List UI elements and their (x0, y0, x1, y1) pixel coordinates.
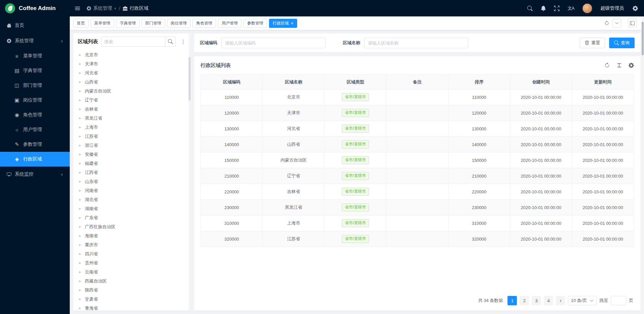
table-row[interactable]: 220000 吉林省 省市/直辖市 220000 2020-10-01 00:0… (201, 184, 634, 200)
table-column-header[interactable]: 更新时间 (572, 75, 634, 89)
sidebar-subitem[interactable]: ▣ 岗位管理 (0, 93, 70, 108)
layout-setting-button[interactable] (628, 19, 637, 27)
tree-node[interactable]: 黑龙江省 (76, 114, 189, 123)
language-switch-button[interactable] (568, 5, 574, 11)
tree-node[interactable]: 海南省 (76, 231, 189, 240)
sidebar-item-system-management[interactable]: 系统管理 (0, 33, 70, 49)
reset-button[interactable]: 重置 (580, 38, 605, 48)
expand-arrow-icon[interactable] (79, 297, 82, 301)
tab-close-icon[interactable] (291, 21, 293, 25)
page-size-select[interactable]: 10 条/页 (568, 296, 597, 305)
tab[interactable]: 字典管理 (116, 19, 140, 28)
expand-arrow-icon[interactable] (79, 188, 82, 193)
tree-node[interactable]: 上海市 (76, 123, 189, 132)
expand-arrow-icon[interactable] (79, 261, 82, 265)
expand-arrow-icon[interactable] (79, 252, 82, 256)
tree-search-button[interactable] (165, 37, 176, 47)
expand-arrow-icon[interactable] (79, 134, 82, 138)
tree-node[interactable]: 广西壮族自治区 (76, 222, 189, 231)
tree-node[interactable]: 青海省 (76, 304, 189, 311)
sidebar-subitem[interactable]: ✎ 参数管理 (0, 137, 70, 152)
tree-node[interactable]: 福建省 (76, 159, 189, 168)
expand-arrow-icon[interactable] (79, 125, 82, 129)
expand-arrow-icon[interactable] (79, 152, 82, 156)
expand-arrow-icon[interactable] (79, 116, 82, 120)
tree-node[interactable]: 内蒙古自治区 (76, 86, 189, 96)
expand-arrow-icon[interactable] (79, 179, 82, 184)
table-row[interactable]: 140000 山西省 省市/直辖市 140000 2020-10-01 00:0… (201, 137, 634, 152)
table-column-header[interactable]: 创建时间 (510, 75, 572, 89)
tree-scrollbar[interactable] (189, 34, 191, 311)
expand-arrow-icon[interactable] (79, 143, 82, 147)
expand-arrow-icon[interactable] (79, 270, 82, 274)
sidebar-subitem[interactable]: ◫ 部门管理 (0, 78, 70, 93)
sidebar-item-system-monitor[interactable]: 系统监控 (0, 167, 70, 182)
page-number-button[interactable]: 2 (520, 296, 529, 305)
expand-arrow-icon[interactable] (79, 80, 82, 84)
tree-node[interactable]: 四川省 (76, 249, 189, 258)
table-row[interactable]: 230000 黑龙江省 省市/直辖市 230000 2020-10-01 00:… (201, 200, 634, 215)
region-name-input[interactable] (364, 38, 468, 48)
jump-page-input[interactable] (611, 296, 626, 305)
tree-node[interactable]: 贵州省 (76, 258, 189, 267)
expand-arrow-icon[interactable] (79, 161, 82, 166)
expand-arrow-icon[interactable] (79, 215, 82, 220)
table-density-button[interactable] (616, 63, 622, 68)
table-row[interactable]: 320000 江苏省 省市/直辖市 320000 2020-10-01 00:0… (201, 231, 634, 247)
page-number-button[interactable]: 3 (532, 296, 541, 305)
expand-arrow-icon[interactable] (79, 170, 82, 175)
expand-arrow-icon[interactable] (79, 107, 82, 111)
tree-scrollbar-thumb[interactable] (189, 57, 191, 101)
tree-search-input[interactable] (101, 37, 165, 47)
notifications-button[interactable] (541, 6, 546, 11)
tab-options-button[interactable] (612, 19, 621, 27)
breadcrumb-parent[interactable]: 系统管理 (87, 5, 116, 11)
expand-arrow-icon[interactable] (79, 89, 82, 93)
table-row[interactable]: 110000 北京市 省市/直辖市 110000 2020-10-01 00:0… (201, 89, 634, 105)
tab[interactable]: 部门管理 (142, 19, 165, 28)
global-search-button[interactable] (527, 6, 533, 11)
app-logo[interactable]: Coffee Admin (0, 0, 70, 16)
sidebar-subitem[interactable]: ▤ 字典管理 (0, 63, 70, 78)
next-page-button[interactable] (556, 296, 565, 305)
expand-arrow-icon[interactable] (79, 243, 82, 247)
table-column-header[interactable]: 区域编码 (201, 75, 263, 89)
tree-node[interactable]: 天津市 (76, 59, 189, 68)
expand-arrow-icon[interactable] (79, 288, 82, 292)
refresh-tab-button[interactable] (604, 21, 609, 25)
table-column-header[interactable]: 排序 (448, 75, 510, 89)
expand-arrow-icon[interactable] (79, 234, 82, 238)
tree-node[interactable]: 重庆市 (76, 240, 189, 249)
table-column-header[interactable]: 区域名称 (263, 75, 324, 89)
tab[interactable]: 岗位管理 (167, 19, 191, 28)
tree-node[interactable]: 辽宁省 (76, 96, 189, 105)
table-column-header[interactable]: 区域类型 (324, 75, 386, 89)
tree-node[interactable]: 河南省 (76, 186, 189, 195)
page-number-button[interactable]: 1 (507, 296, 517, 305)
tree-node[interactable]: 湖南省 (76, 204, 189, 213)
page-number-button[interactable]: 4 (544, 296, 553, 305)
sidebar-subitem[interactable]: ◉ 角色管理 (0, 108, 70, 122)
expand-arrow-icon[interactable] (79, 197, 82, 202)
table-column-settings-button[interactable] (629, 63, 634, 68)
tree-more-options-button[interactable] (179, 39, 187, 45)
sidebar-subitem[interactable]: ○ 用户管理 (0, 122, 70, 137)
tree-node[interactable]: 广东省 (76, 213, 189, 222)
tree-node[interactable]: 云南省 (76, 267, 189, 276)
expand-arrow-icon[interactable] (79, 279, 82, 283)
window-scrollbar[interactable] (641, 16, 644, 314)
tree-node[interactable]: 江苏省 (76, 132, 189, 141)
fullscreen-button[interactable] (554, 6, 559, 11)
tree-node[interactable]: 吉林省 (76, 105, 189, 114)
table-row[interactable]: 310000 上海市 省市/直辖市 310000 2020-10-01 00:0… (201, 215, 634, 231)
tree-node[interactable]: 河北省 (76, 68, 189, 77)
theme-settings-button[interactable] (633, 6, 638, 11)
expand-arrow-icon[interactable] (79, 53, 82, 57)
expand-arrow-icon[interactable] (79, 62, 82, 66)
tree-node[interactable]: 甘肃省 (76, 295, 189, 304)
tree-node[interactable]: 北京市 (76, 50, 189, 59)
tab[interactable]: 用户管理 (218, 19, 241, 28)
tab[interactable]: 参数管理 (244, 19, 267, 28)
tab[interactable]: 首页 (73, 19, 89, 28)
table-refresh-button[interactable] (604, 63, 610, 68)
